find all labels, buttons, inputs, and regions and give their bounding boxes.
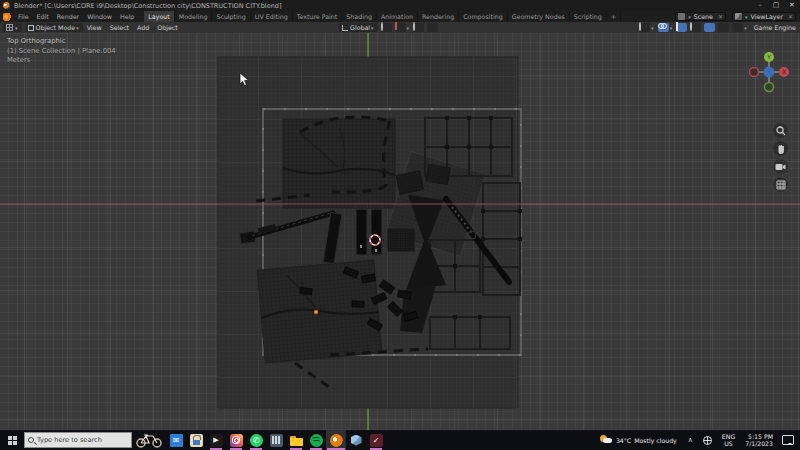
taskbar-file-explorer[interactable] — [286, 430, 306, 450]
viewport-3d[interactable]: Top Orthographic (1) Scene Collection | … — [0, 33, 800, 430]
viewlayer-icon — [735, 13, 742, 20]
show-gizmos-toggle[interactable] — [639, 23, 650, 32]
tab-shading[interactable]: Shading — [342, 11, 377, 22]
network-globe-icon[interactable] — [703, 436, 712, 445]
mode-label: Object Mode — [36, 24, 76, 31]
shading-solid-button[interactable] — [704, 23, 715, 32]
menu-view[interactable]: View — [83, 24, 106, 31]
taskbar-3d-viewer[interactable] — [346, 430, 366, 450]
scene-icon — [678, 13, 685, 20]
search-input[interactable]: Type here to search — [24, 432, 132, 448]
taskbar-spotify[interactable] — [306, 430, 326, 450]
menu-window[interactable]: Window — [83, 11, 116, 22]
proportional-icon — [413, 22, 415, 31]
overlays-dropdown[interactable]: ▾ — [670, 25, 673, 31]
language-code: ENG — [722, 433, 735, 441]
pivot-point-dropdown[interactable] — [381, 23, 392, 32]
xray-toggle[interactable] — [676, 23, 687, 32]
scene-name[interactable]: Scene — [692, 13, 715, 20]
weather-widget[interactable]: 34°C Mostly cloudy — [599, 434, 677, 446]
gizmo-x-neg-axis — [750, 68, 759, 77]
blender-menu-icon[interactable] — [3, 13, 11, 21]
instagram-icon — [230, 434, 243, 447]
snap-toggle[interactable] — [395, 23, 406, 32]
shading-material-button[interactable] — [718, 23, 729, 32]
active-collection-label: (1) Scene Collection | Plane.004 — [7, 47, 116, 57]
zoom-tool-button[interactable] — [773, 123, 788, 138]
menu-file[interactable]: File — [14, 11, 33, 22]
tab-animation[interactable]: Animation — [377, 11, 418, 22]
tab-rendering[interactable]: Rendering — [418, 11, 459, 22]
minimize-button[interactable]: – — [752, 0, 768, 11]
close-button[interactable]: ✕ — [784, 0, 800, 11]
clock[interactable]: 5:15 PM 7/1/2023 — [745, 433, 773, 448]
taskbar-store[interactable] — [186, 430, 206, 450]
scene-wireframe — [0, 33, 800, 430]
tray-expand-chevron[interactable]: ∧ — [688, 436, 693, 444]
add-workspace-button[interactable]: + — [607, 11, 621, 22]
shading-dropdown[interactable]: ▾ — [744, 25, 747, 31]
tab-modeling[interactable]: Modeling — [175, 11, 213, 22]
proportional-falloff-dropdown[interactable] — [427, 23, 438, 32]
title-bar: Blender* [C:\Users\CORE i9\Desktop\Const… — [0, 0, 800, 11]
menu-select[interactable]: Select — [106, 24, 133, 31]
notification-center-icon[interactable] — [782, 435, 794, 445]
search-highlight-bicycle[interactable] — [132, 430, 166, 450]
region-code: US — [724, 440, 732, 448]
weather-icon — [599, 434, 613, 446]
navigation-gizmo[interactable]: Y X — [747, 50, 791, 94]
proportional-edit-toggle[interactable] — [413, 23, 424, 32]
chevron-down-icon[interactable]: ▾ — [688, 14, 691, 20]
move-view-button[interactable] — [773, 141, 788, 156]
scene-selector[interactable]: ▾ Scene ✕ — [675, 12, 726, 21]
tab-scripting[interactable]: Scripting — [570, 11, 607, 22]
menu-object[interactable]: Object — [153, 24, 182, 31]
play-icon: ▶ — [210, 434, 223, 447]
taskbar-v-app[interactable]: ✓ — [366, 430, 386, 450]
search-icon — [28, 437, 34, 443]
tab-sculpting[interactable]: Sculpting — [212, 11, 250, 22]
start-button[interactable] — [0, 430, 24, 450]
chevron-down-icon[interactable]: ▾ — [745, 14, 748, 20]
tab-compositing[interactable]: Compositing — [459, 11, 507, 22]
viewlayer-name[interactable]: ViewLayer — [748, 13, 785, 20]
taskbar-calculator[interactable] — [266, 430, 286, 450]
mode-dropdown[interactable]: Object Mode ▾ — [25, 23, 83, 32]
viewlayer-selector[interactable]: ▾ ViewLayer ✕ — [732, 12, 796, 21]
units-label: Meters — [7, 56, 116, 66]
taskbar-media-player[interactable]: ▶ — [206, 430, 226, 450]
menu-render[interactable]: Render — [53, 11, 83, 22]
shading-wireframe-button[interactable] — [690, 23, 701, 32]
menu-edit[interactable]: Edit — [33, 11, 53, 22]
svg-text:X: X — [782, 68, 786, 75]
toggle-grid-button[interactable] — [773, 177, 788, 192]
taskbar-instagram[interactable] — [226, 430, 246, 450]
taskbar-blender[interactable] — [326, 430, 346, 450]
show-overlays-toggle[interactable] — [658, 23, 669, 32]
editor-type-dropdown[interactable]: ▾ — [3, 23, 22, 32]
menu-add[interactable]: Add — [133, 24, 153, 31]
transform-orientation-dropdown[interactable]: Global ▾ — [339, 23, 378, 32]
taskbar-whatsapp[interactable]: ✆ — [246, 430, 266, 450]
language-indicator[interactable]: ENG US — [722, 433, 735, 448]
camera-view-button[interactable] — [773, 159, 788, 174]
shading-rendered-button[interactable] — [732, 23, 743, 32]
tab-uv-editing[interactable]: UV Editing — [251, 11, 293, 22]
tab-geometry-nodes[interactable]: Geometry Nodes — [508, 11, 570, 22]
mail-icon: ✉ — [170, 434, 183, 447]
menu-help[interactable]: Help — [116, 11, 138, 22]
unlink-scene-icon[interactable]: ✕ — [718, 13, 723, 20]
date-label: 7/1/2023 — [745, 440, 773, 448]
cube-3d-icon — [351, 435, 362, 446]
snap-settings-dropdown[interactable]: ▾ — [407, 25, 410, 31]
taskbar-mail[interactable]: ✉ — [166, 430, 186, 450]
xray-icon — [676, 22, 678, 31]
gizmos-dropdown[interactable]: ▾ — [651, 25, 654, 31]
maximize-button[interactable]: ▢ — [768, 0, 784, 11]
taskbar-apps: ✉ ▶ ✆ ✓ — [166, 430, 386, 450]
tab-texture-paint[interactable]: Texture Paint — [293, 11, 343, 22]
top-bar: File Edit Render Window Help Layout Mode… — [0, 11, 800, 22]
tab-layout[interactable]: Layout — [144, 11, 174, 22]
remove-viewlayer-icon[interactable]: ✕ — [788, 13, 793, 20]
view-angle-label: Top Orthographic — [7, 37, 116, 47]
